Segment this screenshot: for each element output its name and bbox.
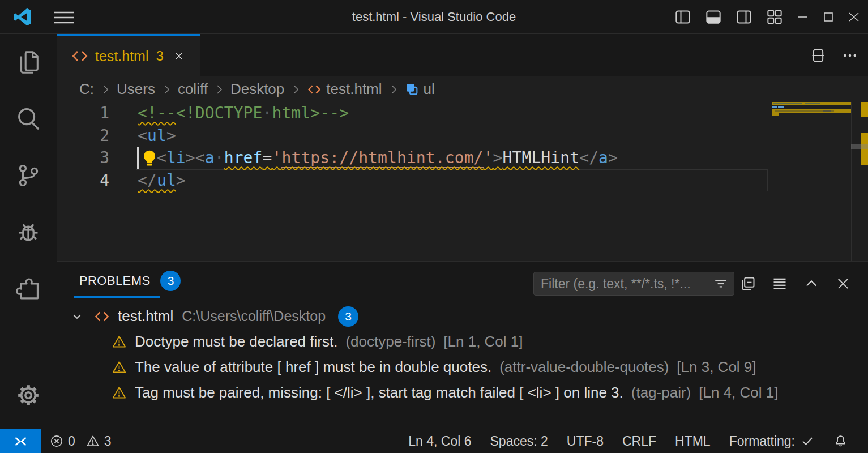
title-bar: test.html - Visual Studio Code	[0, 0, 868, 34]
minimap-divider	[851, 102, 852, 261]
status-language[interactable]: HTML	[675, 434, 711, 449]
chevron-down-icon[interactable]	[70, 310, 84, 323]
chevron-right-icon	[289, 83, 302, 96]
problems-filter	[533, 272, 734, 296]
html-file-icon	[71, 50, 88, 62]
breadcrumb-item[interactable]: Desktop	[230, 80, 284, 98]
status-eol[interactable]: CRLF	[622, 434, 656, 449]
status-indentation[interactable]: Spaces: 2	[490, 434, 548, 449]
close-window-button[interactable]	[847, 9, 861, 25]
problem-rule: (doctype-first)	[345, 333, 435, 351]
filter-icon[interactable]	[713, 276, 728, 291]
problems-tab-label: PROBLEMS	[79, 273, 150, 288]
toggle-secondary-sidebar-icon[interactable]	[736, 9, 752, 25]
line-content: <ul>	[138, 125, 176, 147]
collapse-all-icon[interactable]	[740, 276, 756, 292]
breadcrumb-item[interactable]: Users	[117, 80, 155, 98]
problems-panel: PROBLEMS 3	[57, 261, 868, 429]
text-cursor	[137, 147, 139, 169]
problem-message: Doctype must be declared first.	[135, 333, 337, 351]
scrollbar-slider[interactable]	[851, 144, 868, 149]
more-actions-icon[interactable]	[842, 48, 858, 63]
line-content: </ul>	[138, 169, 186, 192]
warnings-icon	[85, 434, 100, 448]
problem-location: [Ln 4, Col 1]	[699, 384, 778, 401]
panel-header: PROBLEMS 3	[57, 262, 868, 301]
problems-count-badge: 3	[160, 271, 181, 291]
view-as-table-icon[interactable]	[772, 276, 788, 292]
toggle-panel-icon[interactable]	[705, 9, 721, 25]
maximize-panel-icon[interactable]	[803, 276, 819, 292]
run-and-debug-icon[interactable]	[0, 204, 57, 260]
problems-file-row[interactable]: test.html C:\Users\coliff\Desktop 3	[57, 304, 868, 329]
errors-icon	[49, 434, 64, 448]
file-problems-badge: 3	[338, 306, 358, 327]
notifications-bell-icon[interactable]	[833, 434, 848, 448]
filter-input[interactable]	[534, 276, 713, 292]
problem-message: Tag must be paired, missing: [ </li> ], …	[135, 384, 623, 401]
code-line[interactable]: 4</ul>	[57, 169, 868, 192]
status-cursor-position[interactable]: Ln 4, Col 6	[408, 434, 471, 449]
customize-layout-icon[interactable]	[767, 9, 783, 25]
chevron-right-icon	[387, 83, 400, 96]
problem-location: [Ln 3, Col 9]	[677, 358, 756, 376]
explorer-icon[interactable]	[0, 34, 57, 91]
warning-icon	[112, 360, 127, 375]
tab-close-icon[interactable]	[173, 50, 185, 62]
line-number: 3	[57, 147, 109, 169]
check-icon	[800, 434, 815, 448]
problem-rule: (attr-value-double-quotes)	[499, 358, 669, 376]
vscode-logo-icon	[14, 8, 32, 26]
remote-indicator[interactable]	[0, 429, 41, 453]
code-line[interactable]: 1<!--<!DOCTYPE·html>-->	[57, 102, 868, 125]
line-content: <li><a·href='https://htmlhint.com/'>HTML…	[138, 147, 618, 169]
status-encoding[interactable]: UTF-8	[567, 434, 604, 449]
problem-rule: (tag-pair)	[631, 384, 691, 401]
source-control-icon[interactable]	[0, 147, 57, 204]
search-icon[interactable]	[0, 91, 57, 147]
chevron-right-icon	[213, 83, 225, 96]
problem-row[interactable]: Doctype must be declared first.(doctype-…	[57, 329, 868, 354]
line-number: 1	[57, 102, 109, 125]
warning-icon	[112, 334, 127, 349]
close-panel-icon[interactable]	[835, 276, 851, 292]
breadcrumb-item[interactable]: C:	[79, 80, 94, 98]
lightbulb-icon[interactable]	[140, 149, 159, 168]
code-line[interactable]: 2<ul>	[57, 125, 868, 147]
problem-message: The value of attribute [ href ] must be …	[135, 358, 491, 376]
chevron-right-icon	[99, 83, 112, 96]
activity-bar	[0, 34, 57, 429]
split-editor-icon[interactable]	[810, 48, 826, 63]
warning-icon	[112, 385, 127, 400]
menu-icon[interactable]	[54, 11, 74, 24]
minimize-button[interactable]	[796, 12, 810, 22]
breadcrumbs: C:UserscoliffDesktoptest.htmlul	[57, 76, 868, 102]
code-line[interactable]: 3 <li><a·href='https://htmlhint.com/'>HT…	[57, 147, 868, 169]
editor-group: test.html 3 C:UserscoliffDesktoptest.htm…	[57, 34, 868, 429]
problems-file-path: C:\Users\coliff\Desktop	[182, 308, 326, 324]
breadcrumb-item[interactable]: ul	[405, 80, 435, 98]
error-count: 0	[68, 434, 75, 449]
status-problems[interactable]: 0 3	[49, 434, 118, 449]
line-number: 4	[57, 169, 109, 192]
maximize-button[interactable]	[822, 9, 835, 25]
extensions-icon[interactable]	[0, 260, 57, 317]
problem-row[interactable]: The value of attribute [ href ] must be …	[57, 354, 868, 380]
breadcrumb-item[interactable]: coliff	[178, 80, 208, 98]
minimap[interactable]	[772, 102, 851, 261]
problem-row[interactable]: Tag must be paired, missing: [ </li> ], …	[57, 380, 868, 405]
active-panel-tab-indicator	[74, 296, 160, 298]
toggle-primary-sidebar-icon[interactable]	[675, 9, 691, 25]
html-file-icon	[307, 84, 322, 95]
status-formatting[interactable]: Formatting:	[729, 434, 815, 449]
line-number: 2	[57, 125, 109, 147]
manage-gear-icon[interactable]	[0, 367, 57, 424]
tab-test-html[interactable]: test.html 3	[57, 34, 200, 76]
line-content: <!--<!DOCTYPE·html>-->	[138, 102, 349, 125]
breadcrumb-item[interactable]: test.html	[307, 80, 382, 98]
code-editor[interactable]: 1<!--<!DOCTYPE·html>-->2<ul>3 <li><a·hre…	[57, 102, 868, 261]
warning-count: 3	[104, 434, 112, 449]
tab-problems[interactable]: PROBLEMS 3	[79, 268, 181, 293]
symbol-element-icon	[405, 82, 419, 96]
status-bar: 0 3 Ln 4, Col 6Spaces: 2UTF-8CRLFHTMLFor…	[0, 429, 868, 453]
